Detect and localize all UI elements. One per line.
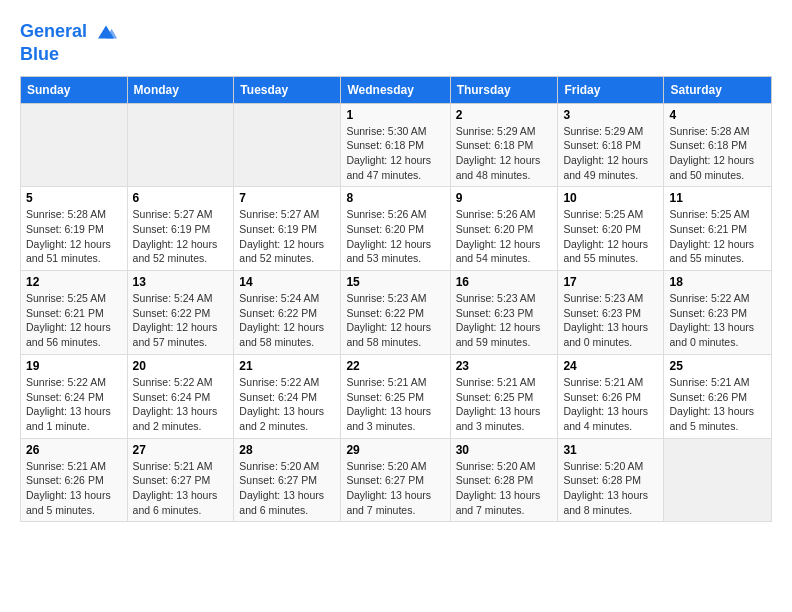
weekday-saturday: Saturday [664,76,772,103]
day-number: 2 [456,108,553,122]
day-info: Sunrise: 5:21 AMSunset: 6:26 PMDaylight:… [669,375,766,434]
day-number: 26 [26,443,122,457]
weekday-header-row: SundayMondayTuesdayWednesdayThursdayFrid… [21,76,772,103]
day-info: Sunrise: 5:29 AMSunset: 6:18 PMDaylight:… [456,124,553,183]
day-number: 5 [26,191,122,205]
day-number: 17 [563,275,658,289]
day-number: 1 [346,108,444,122]
day-info: Sunrise: 5:25 AMSunset: 6:20 PMDaylight:… [563,207,658,266]
calendar-cell: 18Sunrise: 5:22 AMSunset: 6:23 PMDayligh… [664,271,772,355]
calendar-week-5: 26Sunrise: 5:21 AMSunset: 6:26 PMDayligh… [21,438,772,522]
day-info: Sunrise: 5:26 AMSunset: 6:20 PMDaylight:… [456,207,553,266]
weekday-friday: Friday [558,76,664,103]
calendar-cell [234,103,341,187]
calendar-week-3: 12Sunrise: 5:25 AMSunset: 6:21 PMDayligh… [21,271,772,355]
day-number: 21 [239,359,335,373]
calendar-week-1: 1Sunrise: 5:30 AMSunset: 6:18 PMDaylight… [21,103,772,187]
day-info: Sunrise: 5:20 AMSunset: 6:28 PMDaylight:… [563,459,658,518]
day-info: Sunrise: 5:21 AMSunset: 6:25 PMDaylight:… [346,375,444,434]
calendar-cell: 20Sunrise: 5:22 AMSunset: 6:24 PMDayligh… [127,354,234,438]
day-number: 7 [239,191,335,205]
calendar-cell: 15Sunrise: 5:23 AMSunset: 6:22 PMDayligh… [341,271,450,355]
day-info: Sunrise: 5:22 AMSunset: 6:24 PMDaylight:… [133,375,229,434]
calendar-cell: 13Sunrise: 5:24 AMSunset: 6:22 PMDayligh… [127,271,234,355]
weekday-sunday: Sunday [21,76,128,103]
day-number: 11 [669,191,766,205]
day-info: Sunrise: 5:20 AMSunset: 6:28 PMDaylight:… [456,459,553,518]
day-info: Sunrise: 5:20 AMSunset: 6:27 PMDaylight:… [239,459,335,518]
weekday-wednesday: Wednesday [341,76,450,103]
day-info: Sunrise: 5:20 AMSunset: 6:27 PMDaylight:… [346,459,444,518]
logo-text: General [20,20,118,44]
calendar-cell [127,103,234,187]
calendar-cell: 19Sunrise: 5:22 AMSunset: 6:24 PMDayligh… [21,354,128,438]
day-info: Sunrise: 5:22 AMSunset: 6:24 PMDaylight:… [239,375,335,434]
calendar-cell: 31Sunrise: 5:20 AMSunset: 6:28 PMDayligh… [558,438,664,522]
day-number: 22 [346,359,444,373]
day-info: Sunrise: 5:23 AMSunset: 6:22 PMDaylight:… [346,291,444,350]
day-number: 18 [669,275,766,289]
calendar-cell: 6Sunrise: 5:27 AMSunset: 6:19 PMDaylight… [127,187,234,271]
calendar-body: 1Sunrise: 5:30 AMSunset: 6:18 PMDaylight… [21,103,772,522]
day-number: 14 [239,275,335,289]
calendar-cell: 22Sunrise: 5:21 AMSunset: 6:25 PMDayligh… [341,354,450,438]
logo: General Blue [20,20,118,66]
calendar-cell: 12Sunrise: 5:25 AMSunset: 6:21 PMDayligh… [21,271,128,355]
day-info: Sunrise: 5:21 AMSunset: 6:26 PMDaylight:… [563,375,658,434]
day-info: Sunrise: 5:25 AMSunset: 6:21 PMDaylight:… [669,207,766,266]
day-number: 8 [346,191,444,205]
day-info: Sunrise: 5:28 AMSunset: 6:18 PMDaylight:… [669,124,766,183]
calendar-cell: 3Sunrise: 5:29 AMSunset: 6:18 PMDaylight… [558,103,664,187]
day-number: 19 [26,359,122,373]
calendar-cell: 24Sunrise: 5:21 AMSunset: 6:26 PMDayligh… [558,354,664,438]
weekday-monday: Monday [127,76,234,103]
day-info: Sunrise: 5:27 AMSunset: 6:19 PMDaylight:… [133,207,229,266]
calendar-cell: 25Sunrise: 5:21 AMSunset: 6:26 PMDayligh… [664,354,772,438]
day-number: 23 [456,359,553,373]
day-info: Sunrise: 5:23 AMSunset: 6:23 PMDaylight:… [563,291,658,350]
day-info: Sunrise: 5:21 AMSunset: 6:25 PMDaylight:… [456,375,553,434]
day-number: 10 [563,191,658,205]
calendar-cell: 14Sunrise: 5:24 AMSunset: 6:22 PMDayligh… [234,271,341,355]
calendar-cell: 2Sunrise: 5:29 AMSunset: 6:18 PMDaylight… [450,103,558,187]
day-number: 9 [456,191,553,205]
day-info: Sunrise: 5:21 AMSunset: 6:27 PMDaylight:… [133,459,229,518]
calendar-week-4: 19Sunrise: 5:22 AMSunset: 6:24 PMDayligh… [21,354,772,438]
calendar-cell: 23Sunrise: 5:21 AMSunset: 6:25 PMDayligh… [450,354,558,438]
calendar-cell: 8Sunrise: 5:26 AMSunset: 6:20 PMDaylight… [341,187,450,271]
day-info: Sunrise: 5:26 AMSunset: 6:20 PMDaylight:… [346,207,444,266]
day-number: 20 [133,359,229,373]
day-info: Sunrise: 5:28 AMSunset: 6:19 PMDaylight:… [26,207,122,266]
day-number: 29 [346,443,444,457]
day-number: 28 [239,443,335,457]
day-info: Sunrise: 5:22 AMSunset: 6:23 PMDaylight:… [669,291,766,350]
calendar-cell: 21Sunrise: 5:22 AMSunset: 6:24 PMDayligh… [234,354,341,438]
calendar-cell: 7Sunrise: 5:27 AMSunset: 6:19 PMDaylight… [234,187,341,271]
calendar-cell: 27Sunrise: 5:21 AMSunset: 6:27 PMDayligh… [127,438,234,522]
day-number: 6 [133,191,229,205]
calendar-cell: 5Sunrise: 5:28 AMSunset: 6:19 PMDaylight… [21,187,128,271]
day-info: Sunrise: 5:23 AMSunset: 6:23 PMDaylight:… [456,291,553,350]
calendar-cell: 4Sunrise: 5:28 AMSunset: 6:18 PMDaylight… [664,103,772,187]
weekday-thursday: Thursday [450,76,558,103]
day-number: 3 [563,108,658,122]
calendar-cell: 30Sunrise: 5:20 AMSunset: 6:28 PMDayligh… [450,438,558,522]
day-info: Sunrise: 5:25 AMSunset: 6:21 PMDaylight:… [26,291,122,350]
day-info: Sunrise: 5:21 AMSunset: 6:26 PMDaylight:… [26,459,122,518]
calendar-cell: 17Sunrise: 5:23 AMSunset: 6:23 PMDayligh… [558,271,664,355]
day-number: 13 [133,275,229,289]
calendar-cell [21,103,128,187]
logo-blue: Blue [20,44,118,66]
weekday-tuesday: Tuesday [234,76,341,103]
page-header: General Blue [20,20,772,66]
day-number: 27 [133,443,229,457]
day-number: 12 [26,275,122,289]
day-info: Sunrise: 5:24 AMSunset: 6:22 PMDaylight:… [239,291,335,350]
day-info: Sunrise: 5:29 AMSunset: 6:18 PMDaylight:… [563,124,658,183]
calendar-cell [664,438,772,522]
day-number: 4 [669,108,766,122]
day-number: 31 [563,443,658,457]
day-info: Sunrise: 5:30 AMSunset: 6:18 PMDaylight:… [346,124,444,183]
calendar-cell: 11Sunrise: 5:25 AMSunset: 6:21 PMDayligh… [664,187,772,271]
day-info: Sunrise: 5:27 AMSunset: 6:19 PMDaylight:… [239,207,335,266]
